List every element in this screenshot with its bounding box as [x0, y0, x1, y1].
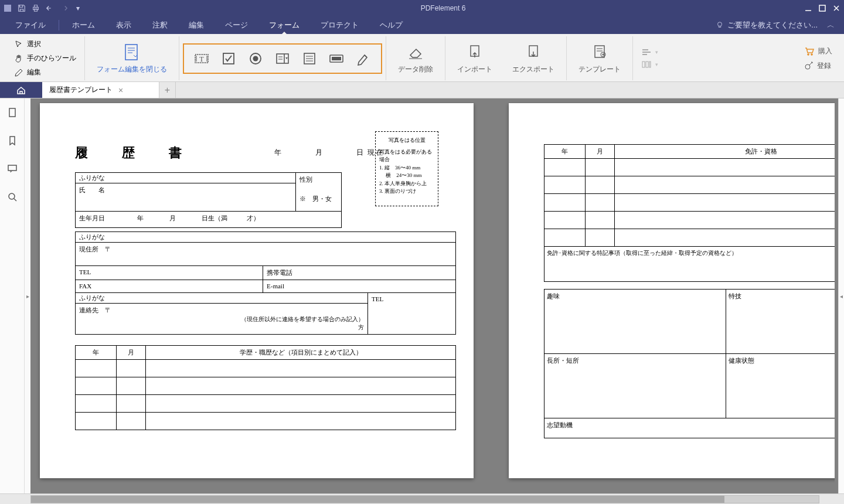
search-icon[interactable]	[5, 190, 19, 204]
buy-button[interactable]: 購入	[804, 46, 832, 56]
align-button[interactable]: ▾	[639, 47, 661, 57]
personal-table: 趣味特技 長所・短所健康状態 志望動機	[544, 289, 835, 438]
svg-rect-40	[649, 62, 651, 67]
checkbox-field-button[interactable]	[220, 50, 237, 67]
menu-file[interactable]: ファイル	[5, 16, 56, 34]
date-line: 年 月 日 現在	[274, 148, 384, 158]
svg-line-47	[14, 199, 16, 201]
ribbon-group-form-fields: T	[179, 36, 386, 80]
svg-point-42	[811, 54, 813, 56]
ribbon-group-close-form: フォーム編集を閉じる	[85, 36, 179, 80]
edit-tool[interactable]: 編集	[12, 66, 79, 79]
register-button[interactable]: 登録	[804, 61, 832, 71]
print-icon[interactable]	[32, 4, 40, 12]
svg-rect-0	[4, 5, 11, 12]
svg-rect-5	[819, 5, 825, 11]
app-icon	[4, 4, 12, 12]
listbox-field-button[interactable]	[301, 50, 318, 67]
ribbon: 選択 手のひらツール 編集 フォーム編集を閉じる T データ削除 インポート	[0, 34, 844, 82]
import-icon	[465, 42, 485, 62]
feedback-text: ご要望を教えてください...	[727, 20, 818, 30]
menu-comment[interactable]: 注釈	[142, 16, 178, 34]
signature-field-button[interactable]	[355, 50, 372, 67]
thumbnails-icon[interactable]	[5, 105, 19, 120]
clear-data-button[interactable]: データ削除	[392, 40, 439, 77]
right-collapse-handle[interactable]: ◂	[838, 98, 844, 493]
tab-close-icon[interactable]: ×	[118, 86, 123, 95]
menu-bar: ファイル ホーム 表示 注釈 編集 ページ フォーム プロテクト ヘルプ ご要望…	[0, 16, 844, 34]
undo-icon[interactable]	[46, 4, 54, 12]
page-1[interactable]: 履 歴 書 年 月 日 現在 写真をはる位置 写真をはる必要がある場合 1. 縦…	[40, 103, 474, 478]
svg-rect-45	[8, 165, 16, 171]
collapse-ribbon-icon[interactable]: ︿	[822, 20, 839, 30]
address-table: ふりがな 現住所 〒 TEL携帯電話 FAXE-mail ふりがなTEL 連絡先…	[75, 231, 456, 335]
ribbon-group-export: エクスポート	[501, 36, 567, 80]
tab-strip: 履歴書テンプレート × +	[0, 82, 844, 98]
import-button[interactable]: インポート	[451, 40, 498, 77]
template-button[interactable]: テンプレート	[573, 40, 627, 77]
ribbon-group-align: ▾ ▾	[633, 36, 666, 80]
button-field-button[interactable]	[328, 50, 345, 67]
svg-rect-7	[125, 45, 137, 60]
hand-tool[interactable]: 手のひらツール	[12, 52, 79, 64]
home-tab[interactable]	[0, 82, 42, 98]
svg-text:T: T	[199, 55, 204, 63]
lightbulb-icon	[716, 21, 724, 29]
document-canvas[interactable]: 履 歴 書 年 月 日 現在 写真をはる位置 写真をはる必要がある場合 1. 縦…	[30, 98, 838, 493]
app-title: PDFelement 6	[82, 4, 804, 12]
menu-home[interactable]: ホーム	[62, 16, 106, 34]
photo-placeholder: 写真をはる位置 写真をはる必要がある場合 1. 縦 36〜40 mm 横 24〜…	[375, 131, 438, 206]
bookmark-icon[interactable]	[5, 134, 19, 148]
template-icon	[590, 42, 610, 62]
title-bar: ▾ PDFelement 6	[0, 0, 844, 16]
ribbon-group-tools: 選択 手のひらツール 編集	[6, 36, 85, 80]
distribute-button[interactable]: ▾	[639, 59, 661, 70]
feedback-link[interactable]: ご要望を教えてください...	[711, 20, 822, 30]
minimize-icon[interactable]	[804, 4, 812, 12]
combobox-field-button[interactable]	[274, 50, 291, 67]
document-tab[interactable]: 履歴書テンプレート ×	[42, 82, 159, 98]
hand-icon	[14, 54, 23, 63]
left-sidebar	[0, 98, 25, 493]
tab-title: 履歴書テンプレート	[49, 85, 113, 95]
save-icon[interactable]	[18, 4, 26, 12]
svg-rect-2	[34, 5, 37, 8]
redo-icon[interactable]	[60, 4, 68, 12]
form-document-icon	[122, 42, 142, 62]
radio-field-button[interactable]	[247, 50, 264, 67]
ribbon-group-template: テンプレート	[567, 36, 633, 80]
export-button[interactable]: エクスポート	[506, 40, 560, 77]
ribbon-group-import: インポート	[445, 36, 501, 80]
svg-rect-44	[9, 108, 15, 117]
export-icon	[523, 42, 543, 62]
new-tab-button[interactable]: +	[159, 82, 176, 98]
comment-panel-icon[interactable]	[5, 162, 19, 176]
menu-edit[interactable]: 編集	[178, 16, 215, 34]
main-area: ▸ 履 歴 書 年 月 日 現在 写真をはる位置 写真をはる必要がある場合 1.…	[0, 98, 844, 493]
history-table: 年月学歴・職歴など（項目別にまとめて記入）	[75, 345, 456, 430]
page-2[interactable]: 年月免許・資格 免許･資格に関する特記事項（取得に至った経緯・取得予定の資格など…	[509, 103, 835, 478]
maximize-icon[interactable]	[818, 4, 826, 12]
svg-rect-39	[646, 62, 648, 67]
left-collapse-handle[interactable]: ▸	[25, 98, 30, 493]
close-icon[interactable]	[832, 4, 840, 12]
form-title: 履 歴 書	[75, 144, 192, 162]
menu-page[interactable]: ページ	[215, 16, 258, 34]
svg-point-6	[718, 22, 722, 26]
menu-protect[interactable]: プロテクト	[310, 16, 369, 34]
svg-point-43	[805, 64, 810, 69]
text-field-button[interactable]: T	[193, 50, 210, 67]
menu-form[interactable]: フォーム	[258, 16, 310, 34]
svg-point-17	[253, 56, 258, 61]
svg-point-46	[9, 193, 15, 199]
cursor-icon	[14, 40, 23, 49]
name-table: ふりがな性別※ 男・女 氏 名 生年月日 年 月 日生（満 才）	[75, 172, 342, 228]
close-form-edit-button[interactable]: フォーム編集を閉じる	[91, 40, 173, 77]
svg-point-41	[808, 54, 809, 56]
menu-help[interactable]: ヘルプ	[369, 16, 413, 34]
menu-view[interactable]: 表示	[106, 16, 142, 34]
qat-dropdown-icon[interactable]: ▾	[74, 4, 82, 12]
select-tool[interactable]: 選択	[12, 38, 79, 50]
license-table: 年月免許・資格 免許･資格に関する特記事項（取得に至った経緯・取得予定の資格など…	[544, 144, 835, 282]
horizontal-scrollbar[interactable]	[0, 493, 844, 504]
